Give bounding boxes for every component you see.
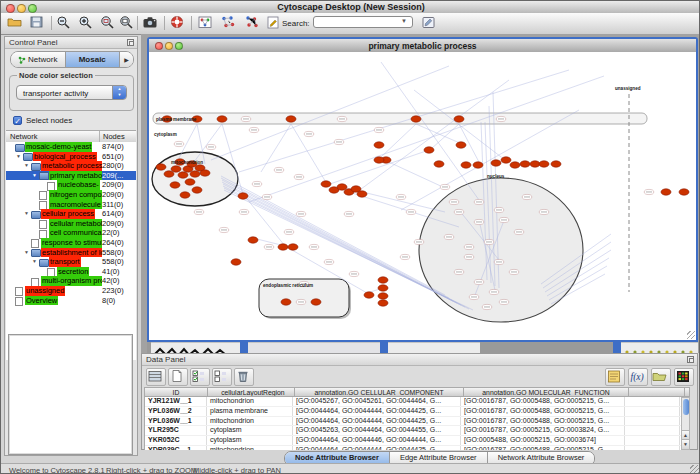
tree-row[interactable]: ▼primary metabo209(...: [6, 171, 136, 181]
window-resize-grip-icon[interactable]: [690, 465, 699, 474]
attribute-editor-icon[interactable]: [605, 368, 625, 386]
background-window-fragment[interactable]: [388, 342, 480, 353]
selected-gene-node[interactable]: [551, 161, 561, 167]
search-dropdown-arrow-icon[interactable]: ▼: [401, 18, 407, 24]
import-attributes-icon[interactable]: [651, 368, 671, 386]
scrollbar-thumb[interactable]: [683, 399, 689, 415]
configure-search-icon[interactable]: [421, 15, 438, 31]
network-canvas[interactable]: plasma membrane cytoplasm mitochondrion …: [149, 52, 696, 340]
modify-network-icon[interactable]: [197, 15, 214, 31]
float-panel-icon[interactable]: [127, 39, 134, 46]
table-cell[interactable]: YPL036W__1: [145, 417, 207, 426]
selected-gene-node[interactable]: [378, 293, 388, 299]
expand-collapse-icon[interactable]: ▼: [32, 171, 37, 181]
table-cell[interactable]: YPL036W__2: [145, 407, 207, 416]
selected-gene-node[interactable]: [473, 162, 483, 168]
table-scrollbar[interactable]: ▲ ▼: [681, 397, 690, 450]
table-cell[interactable]: YLR295C: [145, 426, 207, 435]
selected-gene-node[interactable]: [374, 157, 384, 163]
background-window-fragment[interactable]: [621, 342, 698, 353]
table-cell[interactable]: mitochondrion: [207, 446, 293, 450]
node-color-dropdown[interactable]: transporter activity ▲▼: [16, 85, 127, 100]
table-cell[interactable]: [625, 407, 680, 416]
selected-gene-node[interactable]: [461, 162, 471, 168]
table-cell[interactable]: [GO:0005488, GO:0005215, GO:0003674]: [461, 436, 625, 445]
column-layout-icon[interactable]: [146, 368, 166, 386]
save-session-icon[interactable]: [29, 15, 46, 31]
table-cell[interactable]: [625, 417, 680, 426]
heatmap-icon[interactable]: [674, 368, 694, 386]
selected-gene-node[interactable]: [321, 181, 331, 187]
annotation-icon[interactable]: [265, 15, 282, 31]
network-view-window[interactable]: primary metabolic process plasma membran…: [147, 37, 698, 342]
background-window-fragment[interactable]: [248, 342, 380, 353]
tree-row[interactable]: cell communicat22(0): [6, 228, 136, 238]
background-window-edge[interactable]: [613, 342, 621, 353]
table-cell[interactable]: [GO:0016787, GO:0005215, GO:0003824, G..…: [461, 426, 625, 435]
table-cell[interactable]: YDR039C__1: [145, 446, 207, 450]
table-cell[interactable]: [GO:0045263, GO:0044464, GO:0044455, G..…: [293, 426, 461, 435]
tree-row[interactable]: ▼metabolic process280(0): [6, 161, 136, 171]
function-builder-icon[interactable]: f(x): [628, 368, 648, 386]
table-row[interactable]: YJR121W__1mitochondrion[GO:0045267, GO:0…: [145, 397, 682, 407]
zoom-out-icon[interactable]: [56, 15, 73, 31]
selected-gene-node[interactable]: [520, 161, 530, 167]
edge[interactable]: [249, 76, 604, 202]
selected-gene-node[interactable]: [411, 116, 421, 122]
network-graph[interactable]: plasma membrane cytoplasm mitochondrion …: [149, 52, 696, 340]
edge[interactable]: [261, 124, 291, 172]
edge[interactable]: [327, 150, 429, 185]
tree-column-network[interactable]: Network: [10, 131, 38, 142]
column-header[interactable]: _cellularLayoutRegion: [208, 388, 295, 396]
table-row[interactable]: YPL036W__1mitochondrion[GO:0044464, GO:0…: [145, 417, 682, 427]
table-cell[interactable]: [GO:0044464, GO:0044444, GO:0044425, G..…: [293, 417, 461, 426]
expand-collapse-icon[interactable]: ▼: [24, 161, 29, 171]
selected-gene-node[interactable]: [200, 170, 210, 176]
selected-gene-node[interactable]: [288, 244, 298, 250]
hide-selected-nodes-icon[interactable]: [220, 15, 237, 31]
table-cell[interactable]: [GO:0044464, GO:0044446, GO:0044444, G..…: [293, 436, 461, 445]
table-cell[interactable]: [625, 397, 680, 406]
float-panel-icon[interactable]: [687, 356, 694, 363]
background-window-edge[interactable]: [240, 342, 248, 353]
selected-gene-node[interactable]: [378, 285, 388, 291]
tree-row[interactable]: secretion41(0): [6, 267, 136, 277]
table-cell[interactable]: [GO:0016787, GO:0005488, GO:0005215, G..…: [461, 417, 625, 426]
tab-network[interactable]: Network: [11, 52, 66, 67]
selected-gene-node[interactable]: [491, 160, 501, 166]
scroll-down-icon[interactable]: ▼: [682, 439, 689, 449]
selected-gene-node[interactable]: [178, 172, 188, 178]
search-input[interactable]: [313, 16, 413, 28]
selected-gene-node[interactable]: [171, 166, 181, 172]
tree-row[interactable]: response to stimulu264(0): [6, 238, 136, 248]
selected-gene-node[interactable]: [170, 182, 180, 188]
selected-gene-node[interactable]: [231, 259, 241, 265]
table-cell[interactable]: cytoplasm: [207, 426, 293, 435]
zoom-to-fit-icon[interactable]: [119, 15, 136, 31]
table-row[interactable]: YDR039C__1mitochondrion[GO:0044464, GO:0…: [145, 446, 682, 450]
selected-gene-node[interactable]: [185, 179, 195, 185]
table-row[interactable]: YKR052Ccytoplasm[GO:0044464, GO:0044446,…: [145, 436, 682, 446]
selected-gene-node[interactable]: [374, 142, 384, 148]
selected-gene-node[interactable]: [364, 292, 374, 298]
delete-attribute-icon[interactable]: [234, 368, 254, 386]
selected-gene-node[interactable]: [424, 147, 434, 153]
tree-row[interactable]: cellular metabol209(0): [6, 219, 136, 229]
column-header[interactable]: annotation.GO MOLECULAR_FUNCTION: [464, 388, 629, 396]
take-snapshot-icon[interactable]: [142, 15, 159, 31]
table-row[interactable]: YLR295Ccytoplasm[GO:0045263, GO:0044464,…: [145, 426, 682, 436]
edge[interactable]: [431, 124, 459, 149]
selected-gene-node[interactable]: [501, 157, 511, 163]
table-cell[interactable]: [GO:0045267, GO:0045261, GO:0044464, G..…: [293, 397, 461, 406]
selected-gene-node[interactable]: [679, 189, 689, 195]
table-cell[interactable]: [625, 446, 680, 450]
tree-row[interactable]: ▼transport558(0): [6, 257, 136, 267]
tree-row[interactable]: ▼establishment of lo558(0): [6, 248, 136, 258]
selected-gene-node[interactable]: [454, 116, 464, 122]
select-nodes-checkbox[interactable]: ✓: [13, 116, 22, 125]
tree-row[interactable]: macromolecule311(0): [6, 200, 136, 210]
selected-gene-node[interactable]: [238, 193, 248, 199]
selected-gene-node[interactable]: [378, 300, 388, 306]
selected-gene-node[interactable]: [539, 161, 549, 167]
table-cell[interactable]: YJR121W__1: [145, 397, 207, 406]
